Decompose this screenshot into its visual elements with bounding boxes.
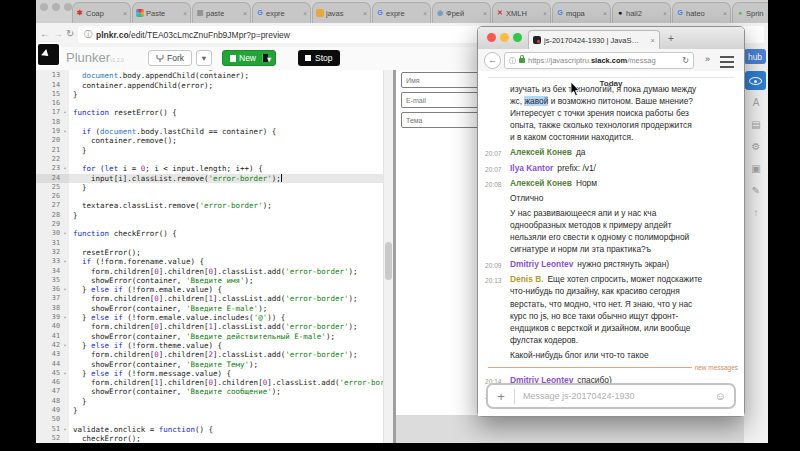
back-icon[interactable]: ← — [484, 52, 501, 69]
message-author[interactable]: Ilya Kantor — [510, 163, 553, 173]
message-input[interactable]: Message js-20170424-1930 — [515, 391, 715, 401]
close-tab-icon[interactable]: × — [651, 36, 655, 45]
tab-label: XMLH — [506, 9, 527, 18]
close-tab-icon[interactable]: × — [663, 10, 667, 17]
zoom-window-icon[interactable] — [64, 3, 72, 11]
chat-message-line: фулстак кодеров. — [488, 334, 734, 346]
chrome-tab[interactable]: Gexpre× — [252, 2, 311, 23]
code-line: 29 — [36, 220, 383, 229]
sidebar-tool-icon[interactable]: ▣ — [744, 163, 768, 174]
chat-message-line: верстать, что модно, что нет. Я знаю, чт… — [488, 298, 734, 310]
chat-message: 20:08Алексей КоневНорм — [488, 177, 734, 189]
emoji-icon[interactable]: ☺ — [715, 390, 726, 402]
close-tab-icon[interactable]: × — [183, 10, 187, 17]
chrome-tab[interactable]: javas× — [312, 2, 371, 23]
sidebar-tool-icon[interactable]: A — [744, 97, 768, 108]
message-timestamp: 20:09 — [485, 260, 502, 272]
message-text: и в каком состоянии находится. — [510, 132, 633, 142]
reload-icon[interactable]: ↻ — [682, 56, 689, 65]
close-tab-icon[interactable]: × — [723, 10, 727, 17]
github-button[interactable]: hub — [744, 49, 766, 64]
chrome-tab[interactable]: Gmqpa× — [552, 2, 611, 23]
editor-scrollbar-thumb[interactable] — [385, 242, 392, 280]
tab-favicon: ✱ — [76, 9, 84, 17]
minimize-window-icon[interactable] — [52, 3, 60, 11]
chrome-tab-strip[interactable]: ✱Coap×Paste×▤paste×Gexpre×javas×Gexpre×◉… — [72, 2, 800, 23]
close-tab-icon[interactable]: × — [603, 10, 607, 17]
tab-label: expre — [266, 9, 285, 18]
tab-favicon: ◉ — [436, 9, 444, 17]
hamburger-menu-icon[interactable] — [720, 56, 734, 68]
close-tab-icon[interactable]: × — [243, 10, 247, 17]
message-text: Отлично — [510, 193, 543, 203]
day-divider: Today — [488, 72, 734, 82]
chrome-tab[interactable]: Ghateo× — [672, 2, 731, 23]
chrome-tab[interactable]: ✱Coap× — [72, 2, 131, 23]
chrome-tab-bar: ✱Coap×Paste×▤paste×Gexpre×javas×Gexpre×◉… — [36, 0, 768, 23]
stop-button[interactable]: Stop — [298, 50, 340, 66]
message-text: prefix: /v1/ — [557, 163, 596, 173]
firefox-url-bar[interactable]: ⓘ https://javascriptru.slack.com/messag … — [504, 52, 694, 69]
chrome-tab[interactable]: ✕XMLH× — [492, 2, 551, 23]
attach-icon[interactable]: + — [488, 389, 515, 404]
close-window-icon[interactable] — [487, 33, 496, 42]
message-timestamp: 20:07 — [485, 148, 502, 160]
page-info-icon[interactable]: ⓘ — [84, 29, 92, 40]
chat-message: 20:07Алексей Коневда — [488, 146, 734, 158]
slack-message-list[interactable]: Today изучать из бек технологий, я пока … — [478, 71, 744, 416]
sidebar-tool-icon[interactable]: ✎ — [744, 185, 768, 196]
plunker-right-sidebar: hub A▤⚙▣✎↑ — [743, 47, 768, 443]
sidebar-tool-icon[interactable]: ↑ — [744, 207, 768, 218]
mouse-cursor — [570, 82, 581, 97]
fork-dropdown-button[interactable]: ▾ — [196, 50, 212, 66]
fork-button[interactable]: Fork — [148, 50, 192, 66]
sidebar-tool-icon[interactable]: ⚙ — [744, 141, 768, 152]
code-line: 13 document.body.appendChild(container); — [36, 71, 383, 80]
code-line: 41 showError(container, 'Введите действи… — [36, 332, 383, 341]
new-dropdown-icon[interactable]: ▾ — [262, 54, 268, 62]
minimize-window-icon[interactable] — [500, 33, 509, 42]
tab-label: hateo — [686, 9, 705, 18]
message-author[interactable]: Denis B. — [510, 274, 544, 284]
overflow-icon[interactable]: » — [705, 54, 710, 64]
chrome-tab[interactable]: Paste× — [132, 2, 191, 23]
back-icon[interactable]: ← — [40, 28, 50, 39]
close-tab-icon[interactable]: × — [423, 10, 427, 17]
message-author[interactable]: Dmitriy Leontev — [510, 259, 573, 269]
reload-icon[interactable]: ↻ — [66, 28, 74, 39]
window-traffic-lights[interactable] — [40, 3, 72, 11]
close-tab-icon[interactable]: × — [123, 10, 127, 17]
tab-label: paste — [206, 9, 224, 18]
url-path: /edit/TEA03cLmcZnuFnb9JMpr?p=preview — [129, 30, 290, 40]
zoom-window-icon[interactable] — [513, 33, 522, 42]
code-editor[interactable]: 12 error.innerHTML = errorMessage;13 doc… — [36, 70, 383, 443]
preview-toggle-button[interactable] — [745, 71, 766, 90]
code-line: 19▾ if (document.body.lastChild == conta… — [36, 127, 383, 136]
chrome-tab[interactable]: ▤paste× — [192, 2, 251, 23]
new-tab-button[interactable]: + — [668, 33, 674, 44]
tab-favicon: G — [376, 9, 384, 17]
forward-icon[interactable]: → — [53, 28, 63, 39]
code-line: 20 container.remove(); — [36, 136, 383, 145]
tab-favicon: ● — [736, 9, 744, 17]
code-line: 43 form.children[0].children[2].classLis… — [36, 350, 383, 359]
message-author[interactable]: Алексей Конев — [510, 178, 572, 188]
message-text: однообразных методов к примеру апдейт — [510, 220, 672, 230]
firefox-tab[interactable]: js-20170424-1930 | JavaS… × — [528, 30, 660, 49]
close-tab-icon[interactable]: × — [363, 10, 367, 17]
chrome-tab[interactable]: ◉Фрей× — [432, 2, 491, 23]
chrome-tab[interactable]: ●hail2× — [612, 2, 671, 23]
message-author[interactable]: Алексей Конев — [510, 147, 572, 157]
close-tab-icon[interactable]: × — [543, 10, 547, 17]
page-info-icon[interactable]: ⓘ — [509, 56, 516, 66]
code-line: 44 showError(container, 'Введите Тему'); — [36, 360, 383, 369]
sidebar-tool-icon[interactable]: ▤ — [744, 119, 768, 130]
close-tab-icon[interactable]: × — [303, 10, 307, 17]
close-tab-icon[interactable]: × — [483, 10, 487, 17]
close-window-icon[interactable] — [40, 3, 48, 11]
code-lines: 12 error.innerHTML = errorMessage;13 doc… — [36, 70, 383, 443]
message-composer[interactable]: + Message js-20170424-1930 ☺ — [486, 383, 736, 409]
code-line: 26 — [36, 192, 383, 201]
new-button[interactable]: New ▾ — [222, 50, 276, 66]
chrome-tab[interactable]: Gexpre× — [372, 2, 431, 23]
